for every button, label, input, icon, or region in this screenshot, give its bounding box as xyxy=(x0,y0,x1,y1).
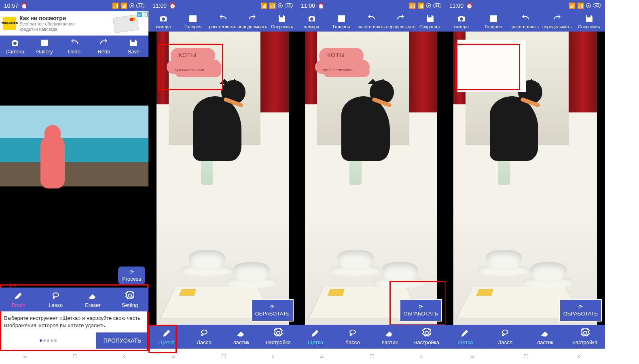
watermark-title: КОТЫ xyxy=(327,52,345,58)
label: Redo xyxy=(97,49,110,55)
label: Галерея xyxy=(184,24,201,29)
undo-button[interactable]: расстегивать xyxy=(208,11,237,32)
lasso-tool[interactable]: Лассо xyxy=(485,325,525,349)
gallery-button[interactable]: Галерея xyxy=(178,11,207,32)
label: Camera xyxy=(6,49,24,55)
signal-icon: 📶 xyxy=(121,2,127,9)
home-icon[interactable]: □ xyxy=(524,353,528,360)
clock: 10:57 xyxy=(4,2,18,9)
gallery-button[interactable]: Gallery xyxy=(30,36,59,57)
process-button[interactable]: ⟳ОБРАБОТАТЬ xyxy=(559,299,602,322)
save-button[interactable]: Save xyxy=(119,36,148,57)
status-bar: 11:00⏰ 📶📶⦿43 xyxy=(297,0,445,11)
ad-title: Как ни посмотри xyxy=(19,15,75,21)
brush-tool[interactable]: Щетка xyxy=(445,325,485,349)
label: ластик xyxy=(381,339,398,345)
process-button[interactable]: ⟳ОБРАБОТАТЬ xyxy=(251,299,294,322)
android-nav: ≡□‹ xyxy=(297,349,445,364)
editor-canvas[interactable]: КОТЫ путешественники ⟳ОБРАБОТАТЬ xyxy=(297,32,445,325)
svg-point-0 xyxy=(53,293,59,297)
signal-icon: 📶 xyxy=(409,2,416,9)
brush-tool[interactable]: Щетка xyxy=(297,325,334,349)
gallery-button[interactable]: Галерея xyxy=(477,11,509,32)
undo-button[interactable]: Undo xyxy=(59,36,89,57)
editor-canvas[interactable]: ⟳ОБРАБОТАТЬ xyxy=(445,32,605,325)
label: Save xyxy=(128,49,140,55)
settings-button[interactable]: настройка xyxy=(260,325,297,349)
eraser-tool[interactable]: Eraser xyxy=(74,288,112,311)
highlight-box xyxy=(455,44,520,90)
label: Setting xyxy=(122,302,138,308)
recent-icon[interactable]: ≡ xyxy=(23,353,27,360)
wifi-icon: ⦿ xyxy=(277,2,283,9)
camera-button[interactable]: камера xyxy=(445,11,477,32)
back-icon[interactable]: ‹ xyxy=(123,353,125,360)
editor-canvas[interactable]: ⟳Process xyxy=(0,57,148,288)
lasso-tool[interactable]: Lasso xyxy=(37,288,74,311)
label: Щетка xyxy=(457,339,473,345)
eraser-tool[interactable]: ластик xyxy=(371,325,408,349)
camera-button[interactable]: Camera xyxy=(0,36,30,57)
home-icon[interactable]: □ xyxy=(370,353,374,360)
settings-button[interactable]: настройка xyxy=(565,325,605,349)
gallery-button[interactable]: Галерея xyxy=(326,11,356,32)
clock: 11:00 xyxy=(449,2,463,9)
brush-mask xyxy=(40,134,65,188)
recent-icon[interactable]: ≡ xyxy=(470,353,474,360)
android-nav: ≡□‹ xyxy=(445,349,605,364)
label: Сохранить xyxy=(419,24,442,29)
redo-button[interactable]: переделывать xyxy=(386,11,415,32)
battery-icon: 44 xyxy=(136,3,144,8)
brush-tool[interactable]: Brush xyxy=(0,288,37,311)
label: Gallery xyxy=(36,49,53,55)
alarm-icon: ⏰ xyxy=(21,2,28,9)
signal-icon: 📶 xyxy=(577,2,584,9)
label: настройка xyxy=(414,339,439,345)
camera-button[interactable]: камера xyxy=(148,11,178,32)
status-bar: 11:00⏰ 📶📶⦿43 xyxy=(148,0,297,11)
save-button[interactable]: Сохранить xyxy=(573,11,605,32)
ad-close-icon[interactable]: ✕ xyxy=(143,12,148,17)
lasso-tool[interactable]: Лассо xyxy=(334,325,371,349)
back-icon[interactable]: ‹ xyxy=(578,353,580,360)
recent-icon[interactable]: ≡ xyxy=(171,353,175,360)
settings-button[interactable]: настройка xyxy=(408,325,445,349)
home-icon[interactable]: □ xyxy=(222,353,226,360)
settings-button[interactable]: Setting xyxy=(111,288,148,311)
label: камера xyxy=(304,24,319,29)
back-icon[interactable]: ‹ xyxy=(272,353,274,360)
refresh-icon: ⟳ xyxy=(578,304,583,310)
svg-point-1 xyxy=(201,330,207,334)
top-toolbar: камера Галерея расстегивать переделывать… xyxy=(445,11,605,32)
lasso-tool[interactable]: Лассо xyxy=(186,325,223,349)
top-toolbar: камера Галерея расстегивать переделывать… xyxy=(297,11,445,32)
wifi-icon: ⦿ xyxy=(426,2,432,9)
top-toolbar: камера Галерея расстегивать переделывать… xyxy=(148,11,297,32)
camera-button[interactable]: камера xyxy=(297,11,326,32)
label: ластик xyxy=(233,339,249,345)
process-button[interactable]: ⟳Process xyxy=(118,267,145,284)
redo-button[interactable]: переделывать xyxy=(541,11,573,32)
undo-button[interactable]: расстегивать xyxy=(509,11,541,32)
ad-info-icon[interactable]: ▷ xyxy=(137,12,142,17)
redo-button[interactable]: Redo xyxy=(89,36,118,57)
undo-button[interactable]: расстегивать xyxy=(356,11,386,32)
redo-button[interactable]: переделывать xyxy=(237,11,267,32)
bottom-toolbar: ↓• Brush Lasso Eraser Setting xyxy=(0,288,148,311)
label: переделывать xyxy=(237,24,267,29)
ad-banner[interactable]: ТИНЬКОФФ Как ни посмотриБесплатное обслу… xyxy=(0,11,148,36)
label: Brush xyxy=(12,302,25,308)
screen-4: 11:00⏰ 📶📶⦿43 камера Галерея расстегивать… xyxy=(445,0,605,364)
recent-icon[interactable]: ≡ xyxy=(320,353,324,360)
label: Сохранить xyxy=(578,24,600,29)
bottom-toolbar: Щетка Лассо ластик настройка xyxy=(297,325,445,349)
eraser-tool[interactable]: ластик xyxy=(223,325,260,349)
back-icon[interactable]: ‹ xyxy=(420,353,422,360)
home-icon[interactable]: □ xyxy=(73,353,77,360)
editor-canvas[interactable]: КОТЫ путешественники ⟳ОБРАБОТАТЬ xyxy=(148,32,297,325)
process-button[interactable]: ⟳ОБРАБОТАТЬ xyxy=(400,299,442,322)
save-button[interactable]: Сохранить xyxy=(267,11,297,32)
eraser-tool[interactable]: ластик xyxy=(525,325,565,349)
save-button[interactable]: Сохранить xyxy=(416,11,445,32)
label: Щетка xyxy=(308,339,323,345)
